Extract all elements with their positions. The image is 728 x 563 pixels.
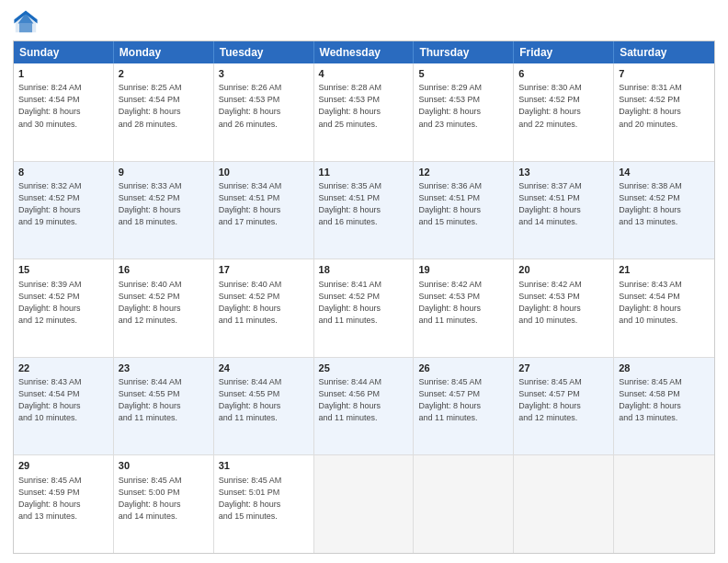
day-info: Sunrise: 8:45 AM Sunset: 4:57 PM Dayligh…	[518, 376, 609, 424]
day-info: Sunrise: 8:26 AM Sunset: 4:53 PM Dayligh…	[219, 82, 309, 130]
day-number: 25	[319, 362, 409, 375]
day-cell-empty-4-4	[414, 455, 514, 553]
calendar-header: SundayMondayTuesdayWednesdayThursdayFrid…	[14, 41, 714, 63]
day-number: 13	[518, 166, 609, 179]
day-cell-17: 17Sunrise: 8:40 AM Sunset: 4:52 PM Dayli…	[214, 259, 314, 357]
day-info: Sunrise: 8:32 AM Sunset: 4:52 PM Dayligh…	[18, 180, 108, 228]
day-info: Sunrise: 8:45 AM Sunset: 4:58 PM Dayligh…	[619, 376, 710, 424]
day-info: Sunrise: 8:31 AM Sunset: 4:52 PM Dayligh…	[619, 82, 710, 130]
day-number: 10	[219, 166, 309, 179]
day-cell-21: 21Sunrise: 8:43 AM Sunset: 4:54 PM Dayli…	[614, 259, 714, 357]
day-number: 11	[319, 166, 409, 179]
day-cell-11: 11Sunrise: 8:35 AM Sunset: 4:51 PM Dayli…	[314, 162, 415, 259]
day-number: 27	[518, 362, 609, 375]
day-number: 5	[418, 67, 508, 81]
header-day-tuesday: Tuesday	[214, 41, 314, 63]
day-number: 18	[319, 263, 409, 277]
day-info: Sunrise: 8:25 AM Sunset: 4:54 PM Dayligh…	[119, 82, 209, 130]
day-cell-empty-4-3	[314, 455, 415, 553]
day-cell-6: 6Sunrise: 8:30 AM Sunset: 4:52 PM Daylig…	[514, 63, 614, 161]
day-info: Sunrise: 8:37 AM Sunset: 4:51 PM Dayligh…	[518, 180, 609, 228]
day-cell-30: 30Sunrise: 8:45 AM Sunset: 5:00 PM Dayli…	[114, 455, 214, 553]
page: SundayMondayTuesdayWednesdayThursdayFrid…	[0, 0, 728, 563]
day-cell-29: 29Sunrise: 8:45 AM Sunset: 4:59 PM Dayli…	[14, 455, 114, 553]
day-cell-16: 16Sunrise: 8:40 AM Sunset: 4:52 PM Dayli…	[114, 259, 214, 357]
logo-icon	[13, 9, 39, 35]
day-number: 20	[518, 263, 609, 277]
day-info: Sunrise: 8:41 AM Sunset: 4:52 PM Dayligh…	[319, 279, 409, 327]
calendar-week-4: 22Sunrise: 8:43 AM Sunset: 4:54 PM Dayli…	[14, 357, 714, 455]
day-number: 28	[619, 362, 710, 375]
day-number: 22	[18, 362, 108, 375]
day-info: Sunrise: 8:43 AM Sunset: 4:54 PM Dayligh…	[18, 376, 108, 424]
day-cell-empty-4-6	[614, 455, 714, 553]
day-number: 30	[119, 459, 209, 473]
day-cell-18: 18Sunrise: 8:41 AM Sunset: 4:52 PM Dayli…	[314, 259, 415, 357]
day-info: Sunrise: 8:45 AM Sunset: 4:59 PM Dayligh…	[18, 475, 108, 523]
calendar: SundayMondayTuesdayWednesdayThursdayFrid…	[13, 40, 715, 554]
day-info: Sunrise: 8:44 AM Sunset: 4:55 PM Dayligh…	[219, 376, 309, 424]
day-cell-13: 13Sunrise: 8:37 AM Sunset: 4:51 PM Dayli…	[514, 162, 614, 259]
day-number: 7	[619, 67, 710, 81]
day-cell-19: 19Sunrise: 8:42 AM Sunset: 4:53 PM Dayli…	[414, 259, 514, 357]
header-day-thursday: Thursday	[414, 41, 514, 63]
header-day-friday: Friday	[514, 41, 614, 63]
day-cell-20: 20Sunrise: 8:42 AM Sunset: 4:53 PM Dayli…	[514, 259, 614, 357]
day-number: 4	[319, 67, 409, 81]
day-info: Sunrise: 8:33 AM Sunset: 4:52 PM Dayligh…	[119, 180, 209, 228]
day-info: Sunrise: 8:35 AM Sunset: 4:51 PM Dayligh…	[319, 180, 409, 228]
day-info: Sunrise: 8:45 AM Sunset: 5:01 PM Dayligh…	[219, 475, 309, 523]
day-number: 15	[18, 263, 108, 277]
day-cell-27: 27Sunrise: 8:45 AM Sunset: 4:57 PM Dayli…	[514, 358, 614, 455]
day-info: Sunrise: 8:24 AM Sunset: 4:54 PM Dayligh…	[18, 82, 108, 130]
day-cell-23: 23Sunrise: 8:44 AM Sunset: 4:55 PM Dayli…	[114, 358, 214, 455]
day-cell-empty-4-5	[514, 455, 614, 553]
svg-rect-2	[19, 23, 32, 32]
calendar-body: 1Sunrise: 8:24 AM Sunset: 4:54 PM Daylig…	[14, 63, 714, 553]
day-number: 16	[119, 263, 209, 277]
day-cell-24: 24Sunrise: 8:44 AM Sunset: 4:55 PM Dayli…	[214, 358, 314, 455]
day-info: Sunrise: 8:44 AM Sunset: 4:55 PM Dayligh…	[119, 376, 209, 424]
day-cell-9: 9Sunrise: 8:33 AM Sunset: 4:52 PM Daylig…	[114, 162, 214, 259]
day-cell-10: 10Sunrise: 8:34 AM Sunset: 4:51 PM Dayli…	[214, 162, 314, 259]
day-cell-25: 25Sunrise: 8:44 AM Sunset: 4:56 PM Dayli…	[314, 358, 415, 455]
header-day-sunday: Sunday	[14, 41, 114, 63]
day-number: 6	[518, 67, 609, 81]
day-number: 17	[219, 263, 309, 277]
day-info: Sunrise: 8:42 AM Sunset: 4:53 PM Dayligh…	[518, 279, 609, 327]
day-cell-8: 8Sunrise: 8:32 AM Sunset: 4:52 PM Daylig…	[14, 162, 114, 259]
day-cell-14: 14Sunrise: 8:38 AM Sunset: 4:52 PM Dayli…	[614, 162, 714, 259]
day-number: 24	[219, 362, 309, 375]
day-cell-26: 26Sunrise: 8:45 AM Sunset: 4:57 PM Dayli…	[414, 358, 514, 455]
day-cell-7: 7Sunrise: 8:31 AM Sunset: 4:52 PM Daylig…	[614, 63, 714, 161]
day-cell-31: 31Sunrise: 8:45 AM Sunset: 5:01 PM Dayli…	[214, 455, 314, 553]
day-cell-1: 1Sunrise: 8:24 AM Sunset: 4:54 PM Daylig…	[14, 63, 114, 161]
day-number: 31	[219, 459, 309, 473]
header-day-monday: Monday	[114, 41, 214, 63]
calendar-week-2: 8Sunrise: 8:32 AM Sunset: 4:52 PM Daylig…	[14, 161, 714, 259]
day-number: 29	[18, 459, 108, 473]
day-number: 8	[18, 166, 108, 179]
day-cell-3: 3Sunrise: 8:26 AM Sunset: 4:53 PM Daylig…	[214, 63, 314, 161]
day-number: 9	[119, 166, 209, 179]
day-info: Sunrise: 8:42 AM Sunset: 4:53 PM Dayligh…	[418, 279, 508, 327]
day-cell-5: 5Sunrise: 8:29 AM Sunset: 4:53 PM Daylig…	[414, 63, 514, 161]
day-cell-12: 12Sunrise: 8:36 AM Sunset: 4:51 PM Dayli…	[414, 162, 514, 259]
header-day-saturday: Saturday	[614, 41, 714, 63]
header-day-wednesday: Wednesday	[314, 41, 415, 63]
day-info: Sunrise: 8:45 AM Sunset: 4:57 PM Dayligh…	[418, 376, 508, 424]
day-info: Sunrise: 8:39 AM Sunset: 4:52 PM Dayligh…	[18, 279, 108, 327]
day-number: 3	[219, 67, 309, 81]
day-info: Sunrise: 8:30 AM Sunset: 4:52 PM Dayligh…	[518, 82, 609, 130]
logo	[13, 9, 42, 35]
day-info: Sunrise: 8:44 AM Sunset: 4:56 PM Dayligh…	[319, 376, 409, 424]
day-cell-2: 2Sunrise: 8:25 AM Sunset: 4:54 PM Daylig…	[114, 63, 214, 161]
day-cell-4: 4Sunrise: 8:28 AM Sunset: 4:53 PM Daylig…	[314, 63, 415, 161]
day-number: 23	[119, 362, 209, 375]
day-cell-28: 28Sunrise: 8:45 AM Sunset: 4:58 PM Dayli…	[614, 358, 714, 455]
day-info: Sunrise: 8:28 AM Sunset: 4:53 PM Dayligh…	[319, 82, 409, 130]
day-info: Sunrise: 8:40 AM Sunset: 4:52 PM Dayligh…	[219, 279, 309, 327]
day-info: Sunrise: 8:34 AM Sunset: 4:51 PM Dayligh…	[219, 180, 309, 228]
day-cell-15: 15Sunrise: 8:39 AM Sunset: 4:52 PM Dayli…	[14, 259, 114, 357]
header	[13, 9, 715, 35]
